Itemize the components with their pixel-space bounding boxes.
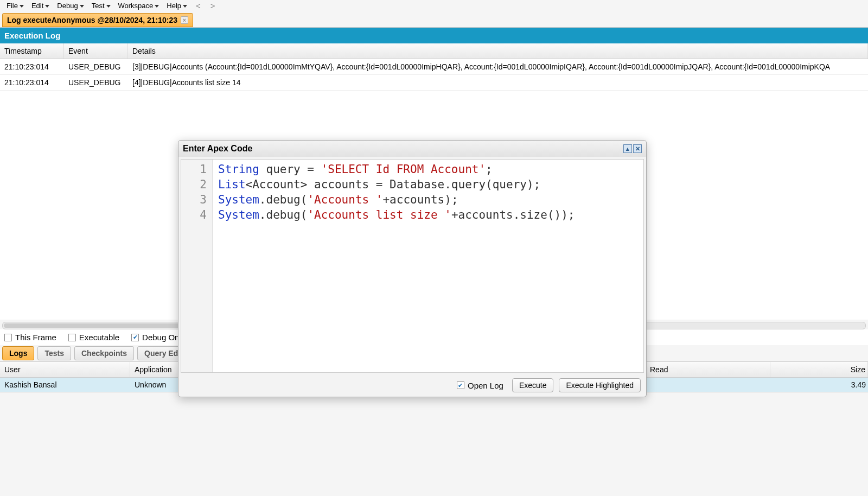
open-log-checkbox[interactable]: Open Log	[457, 381, 503, 390]
code-area[interactable]: String query = 'SELECT Id FROM Account';…	[213, 160, 643, 372]
cell-timestamp: 21:10:23:014	[0, 77, 64, 88]
col-event[interactable]: Event	[64, 43, 128, 59]
close-icon[interactable]: ×	[181, 16, 188, 24]
cell-read	[646, 378, 770, 392]
col-details[interactable]: Details	[128, 43, 868, 59]
checkbox-icon	[131, 334, 139, 341]
execute-button[interactable]: Execute	[512, 378, 554, 392]
caret-down-icon	[20, 5, 24, 8]
menu-workspace[interactable]: Workspace	[115, 1, 163, 11]
close-icon[interactable]: ✕	[633, 144, 642, 153]
tab-checkpoints[interactable]: Checkpoints	[74, 346, 134, 360]
nav-back[interactable]: <	[192, 0, 205, 11]
log-row[interactable]: 21:10:23:014 USER_DEBUG [3]|DEBUG|Accoun…	[0, 59, 868, 75]
tab-logs[interactable]: Logs	[2, 346, 34, 360]
caret-down-icon	[106, 5, 111, 8]
filter-debug-only[interactable]: Debug Only	[131, 333, 185, 342]
apex-dialog: Enter Apex Code ▴ ✕ 1234 String query = …	[178, 140, 647, 397]
menu-file[interactable]: File	[3, 1, 27, 11]
tab-log[interactable]: Log executeAnonymous @28/10/2024, 21:10:…	[2, 13, 193, 27]
filter-executable[interactable]: Executable	[68, 333, 119, 342]
tab-tests[interactable]: Tests	[37, 346, 71, 360]
col-timestamp[interactable]: Timestamp	[0, 43, 64, 59]
cell-size: 3.49	[770, 378, 868, 392]
menu-test[interactable]: Test	[88, 1, 114, 11]
cell-details: [4]|DEBUG|Accounts list size 14	[128, 77, 868, 88]
nav-forward[interactable]: >	[206, 0, 220, 11]
caret-down-icon	[155, 5, 159, 8]
line-gutter: 1234	[181, 160, 213, 372]
dialog-header[interactable]: Enter Apex Code ▴ ✕	[178, 141, 646, 157]
tab-bar: Log executeAnonymous @28/10/2024, 21:10:…	[0, 11, 868, 28]
log-row[interactable]: 21:10:23:014 USER_DEBUG [4]|DEBUG|Accoun…	[0, 75, 868, 91]
panel-title: Execution Log	[0, 28, 868, 43]
menu-help[interactable]: Help	[163, 1, 190, 11]
checkbox-icon	[4, 334, 12, 341]
collapse-icon[interactable]: ▴	[623, 144, 632, 153]
cell-user: Kashish Bansal	[0, 378, 130, 392]
menu-debug[interactable]: Debug	[54, 1, 87, 11]
filter-this-frame[interactable]: This Frame	[4, 333, 56, 342]
col-read[interactable]: Read	[646, 362, 770, 377]
log-table-header: Timestamp Event Details	[0, 43, 868, 59]
cell-timestamp: 21:10:23:014	[0, 61, 64, 73]
dialog-footer: Open Log Execute Execute Highlighted	[178, 375, 646, 397]
cell-details: [3]|DEBUG|Accounts (Account:{Id=001dL000…	[128, 61, 868, 73]
execute-highlighted-button[interactable]: Execute Highlighted	[559, 378, 641, 392]
col-size[interactable]: Size	[770, 362, 868, 377]
cell-event: USER_DEBUG	[64, 77, 128, 88]
caret-down-icon	[45, 5, 49, 8]
caret-down-icon	[80, 5, 84, 8]
caret-down-icon	[183, 5, 187, 8]
checkbox-icon	[457, 381, 464, 389]
code-editor[interactable]: 1234 String query = 'SELECT Id FROM Acco…	[181, 159, 644, 373]
menu-bar: File Edit Debug Test Workspace Help < >	[0, 0, 868, 11]
tab-label: Log executeAnonymous @28/10/2024, 21:10:…	[7, 16, 177, 24]
col-user[interactable]: User	[0, 362, 130, 377]
checkbox-icon	[68, 334, 76, 341]
cell-event: USER_DEBUG	[64, 61, 128, 73]
menu-edit[interactable]: Edit	[28, 1, 53, 11]
dialog-title: Enter Apex Code	[183, 144, 252, 154]
